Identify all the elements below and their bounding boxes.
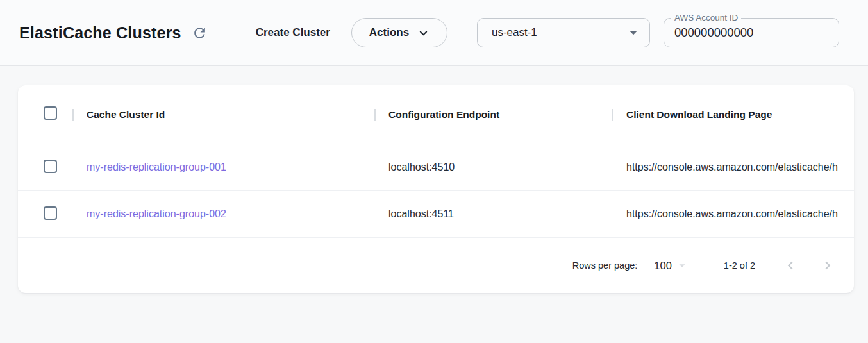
table-row: my-redis-replication-group-002 localhost…: [18, 190, 854, 237]
region-select[interactable]: us-east-1: [477, 18, 650, 47]
cache-cluster-id-cell: my-redis-replication-group-001: [72, 162, 374, 173]
chevron-right-icon: [819, 257, 836, 274]
pagination-range-label: 1-2 of 2: [724, 260, 755, 271]
configuration-endpoint-cell: localhost:4511: [374, 208, 612, 220]
actions-button[interactable]: Actions: [351, 18, 447, 47]
cache-cluster-id-cell: my-redis-replication-group-002: [72, 208, 374, 220]
arrow-drop-down-icon: [675, 258, 689, 272]
rows-per-page-value: 100: [654, 260, 672, 272]
account-id-field: AWS Account ID: [664, 18, 839, 47]
row-checkbox-cell: [18, 160, 72, 176]
select-all-cell: [18, 106, 72, 122]
cluster-id-link[interactable]: my-redis-replication-group-001: [87, 162, 226, 172]
page-title: ElastiCache Clusters: [19, 24, 181, 42]
actions-button-label: Actions: [369, 26, 409, 39]
configuration-endpoint-cell: localhost:4510: [374, 162, 612, 173]
create-cluster-button[interactable]: Create Cluster: [256, 26, 330, 39]
table-row: my-redis-replication-group-001 localhost…: [18, 144, 854, 190]
refresh-icon: [192, 25, 208, 41]
client-download-landing-page-cell: https://console.aws.amazon.com/elasticac…: [612, 208, 854, 220]
row-checkbox[interactable]: [44, 206, 57, 220]
account-id-label: AWS Account ID: [671, 13, 741, 22]
region-select-value: us-east-1: [492, 26, 537, 39]
client-download-landing-page-cell: https://console.aws.amazon.com/elasticac…: [612, 162, 854, 173]
arrow-drop-down-icon: [625, 24, 642, 41]
row-checkbox-cell: [18, 206, 72, 222]
select-all-checkbox[interactable]: [44, 106, 57, 120]
rows-per-page-label: Rows per page:: [572, 260, 638, 271]
chevron-left-icon: [782, 257, 799, 274]
column-header-configuration-endpoint[interactable]: Configuration Endpoint: [374, 109, 612, 121]
column-header-cache-cluster-id[interactable]: Cache Cluster Id: [72, 109, 374, 121]
cluster-id-link[interactable]: my-redis-replication-group-002: [87, 208, 226, 219]
next-page-button[interactable]: [818, 256, 837, 275]
rows-per-page-select[interactable]: 100: [654, 258, 689, 272]
pagination: Rows per page: 100 1-2 of 2: [18, 237, 854, 293]
column-header-client-download-landing-page[interactable]: Client Download Landing Page: [612, 109, 854, 121]
account-id-input[interactable]: [664, 26, 839, 40]
row-checkbox[interactable]: [44, 160, 57, 173]
chevron-down-icon: [417, 27, 430, 39]
toolbar: ElastiCache Clusters Create Cluster Acti…: [0, 0, 868, 66]
table-header-row: Cache Cluster Id Configuration Endpoint …: [18, 85, 854, 144]
toolbar-divider: [463, 19, 463, 46]
refresh-button[interactable]: [189, 22, 211, 44]
previous-page-button[interactable]: [781, 256, 800, 275]
clusters-table-card: Cache Cluster Id Configuration Endpoint …: [18, 85, 854, 293]
